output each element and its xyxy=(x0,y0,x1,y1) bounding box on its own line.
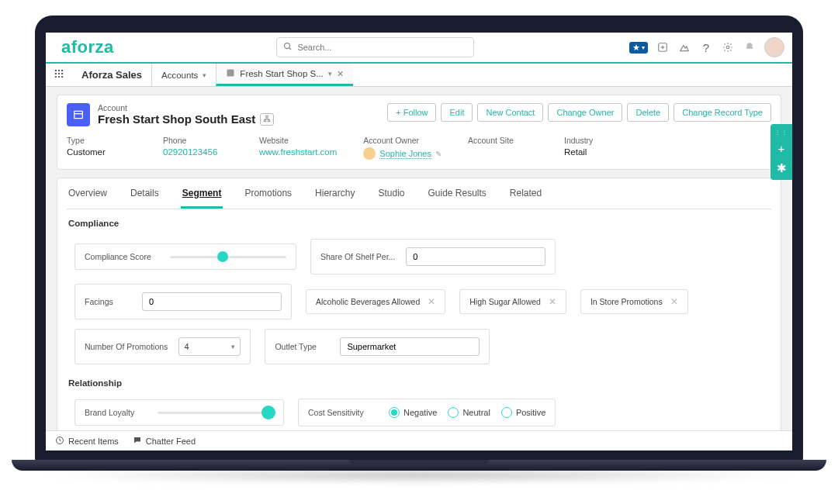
user-avatar[interactable] xyxy=(764,37,784,57)
trailhead-icon[interactable] xyxy=(677,40,691,54)
global-search[interactable]: Search... xyxy=(276,37,474,57)
svg-point-11 xyxy=(61,73,63,74)
facings-input[interactable] xyxy=(142,292,282,311)
tag-in-store-promotions: In Store Promotions ✕ xyxy=(580,289,688,314)
tab-related[interactable]: Related xyxy=(508,178,543,209)
field-value-website[interactable]: www.freshstart.com xyxy=(259,147,337,157)
add-segment-icon[interactable]: + xyxy=(778,142,785,155)
tab-segment[interactable]: Segment xyxy=(181,178,223,209)
notifications-icon[interactable] xyxy=(743,40,757,54)
tag-label: Alcoholic Beverages Allowed xyxy=(316,297,420,306)
field-label: Facings xyxy=(85,297,131,306)
object-type-label: Account xyxy=(98,103,379,112)
brand-logo: aforza xyxy=(54,37,122,57)
svg-point-8 xyxy=(61,70,63,71)
svg-point-6 xyxy=(55,70,57,71)
section-relationship: Relationship xyxy=(68,378,770,388)
svg-point-14 xyxy=(61,76,63,78)
chevron-down-icon: ▾ xyxy=(328,70,332,78)
clock-icon xyxy=(55,436,64,447)
owner-link[interactable]: Sophie Jones xyxy=(379,149,431,159)
field-value-type: Customer xyxy=(67,147,137,157)
field-label: Share Of Shelf Per... xyxy=(320,252,395,261)
tag-label: In Store Promotions xyxy=(590,297,663,306)
detail-panel: Overview Details Segment Promotions Hier… xyxy=(57,178,781,430)
field-compliance-score: Compliance Score xyxy=(74,243,296,270)
add-icon[interactable] xyxy=(656,40,670,54)
num-promotions-select[interactable]: 4 ▾ xyxy=(178,337,241,356)
compliance-score-slider[interactable] xyxy=(170,256,286,258)
field-label-type: Type xyxy=(67,136,137,145)
recent-items-button[interactable]: Recent Items xyxy=(55,436,119,447)
field-label: Outlet Type xyxy=(275,342,329,351)
utility-bar: Recent Items Chatter Feed xyxy=(46,430,792,450)
right-utility-rail: ⋮⋮ + ✱ xyxy=(770,124,792,180)
app-name: Aforza Sales xyxy=(72,69,151,81)
account-icon xyxy=(67,103,90,126)
nav-tab-active[interactable]: Fresh Start Shop S... ▾ ✕ xyxy=(216,64,352,86)
field-label-owner: Account Owner xyxy=(363,136,442,145)
nav-accounts[interactable]: Accounts ▾ xyxy=(151,64,216,86)
nav-label: Fresh Start Shop S... xyxy=(240,69,323,78)
brand-loyalty-slider[interactable] xyxy=(158,412,274,414)
field-label-website: Website xyxy=(259,136,337,145)
record-header: Account Fresh Start Shop South East Foll… xyxy=(57,95,781,170)
new-contact-button[interactable]: New Contact xyxy=(477,103,543,122)
settings-icon[interactable] xyxy=(721,40,735,54)
field-num-promotions: Number Of Promotions 4 ▾ xyxy=(74,329,251,364)
svg-rect-20 xyxy=(268,119,271,121)
remove-tag-icon[interactable]: ✕ xyxy=(670,296,678,307)
hierarchy-icon[interactable] xyxy=(260,113,274,126)
remove-tag-icon[interactable]: ✕ xyxy=(428,296,435,307)
chatter-feed-button[interactable]: Chatter Feed xyxy=(133,436,196,447)
svg-rect-16 xyxy=(74,111,83,118)
field-value-industry: Retail xyxy=(564,147,634,157)
close-icon[interactable]: ✕ xyxy=(337,69,344,79)
edit-button[interactable]: Edit xyxy=(441,103,473,122)
field-label: Number Of Promotions xyxy=(85,342,168,351)
field-brand-loyalty: Brand Loyalty xyxy=(74,399,284,426)
svg-point-13 xyxy=(58,76,60,78)
follow-button[interactable]: Follow xyxy=(387,103,436,122)
tab-studio[interactable]: Studio xyxy=(376,178,406,209)
field-label: Cost Sensitivity xyxy=(308,408,378,417)
tab-promotions[interactable]: Promotions xyxy=(243,178,293,209)
radio-cost-negative[interactable]: Negative xyxy=(389,407,437,418)
search-placeholder: Search... xyxy=(297,43,331,52)
tab-overview[interactable]: Overview xyxy=(67,178,109,209)
help-icon[interactable]: ? xyxy=(699,40,713,54)
field-label: Compliance Score xyxy=(85,252,159,261)
svg-point-7 xyxy=(58,70,60,71)
app-launcher-icon[interactable] xyxy=(46,68,72,81)
section-compliance: Compliance xyxy=(68,219,770,228)
field-facings: Facings xyxy=(74,284,292,319)
expand-icon[interactable]: ✱ xyxy=(777,161,787,175)
svg-point-5 xyxy=(726,46,729,49)
svg-line-1 xyxy=(289,48,292,50)
delete-button[interactable]: Delete xyxy=(627,103,669,122)
change-owner-button[interactable]: Change Owner xyxy=(548,103,622,122)
radio-cost-neutral[interactable]: Neutral xyxy=(448,407,490,418)
tab-hierarchy[interactable]: Hierarchy xyxy=(313,178,356,209)
tab-details[interactable]: Details xyxy=(129,178,161,209)
change-record-type-button[interactable]: Change Record Type xyxy=(674,103,771,122)
share-of-shelf-input[interactable] xyxy=(406,247,545,266)
svg-rect-19 xyxy=(265,119,267,121)
svg-point-12 xyxy=(55,76,57,78)
field-outlet-type: Outlet Type xyxy=(265,329,490,364)
nav-label: Accounts xyxy=(161,71,198,80)
svg-point-9 xyxy=(55,73,57,74)
favorites-button[interactable]: ★▾ xyxy=(629,42,648,54)
field-value-phone[interactable]: 02920123456 xyxy=(163,147,233,157)
svg-rect-18 xyxy=(266,116,268,117)
tab-guide-results[interactable]: Guide Results xyxy=(426,178,487,209)
drag-handle-icon[interactable]: ⋮⋮ xyxy=(774,129,788,136)
outlet-type-input[interactable] xyxy=(340,337,480,356)
field-share-of-shelf: Share Of Shelf Per... xyxy=(310,239,556,274)
tag-high-sugar: High Sugar Allowed ✕ xyxy=(459,289,566,314)
change-owner-icon[interactable]: ✎ xyxy=(435,150,442,158)
radio-cost-positive[interactable]: Positive xyxy=(501,407,546,418)
remove-tag-icon[interactable]: ✕ xyxy=(549,296,556,307)
svg-rect-15 xyxy=(227,70,234,77)
field-cost-sensitivity: Cost Sensitivity Negative Neutral Positi… xyxy=(298,399,556,426)
